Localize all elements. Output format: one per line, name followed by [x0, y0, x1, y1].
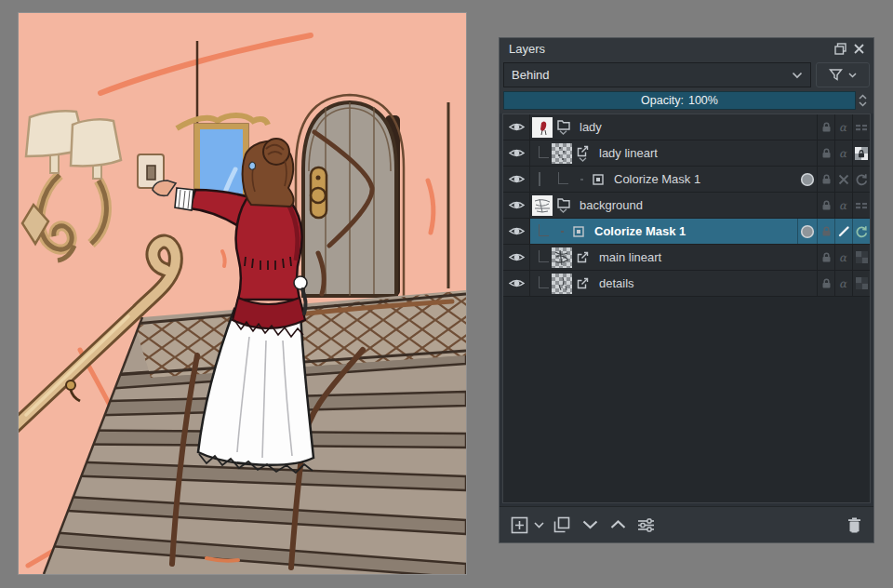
chevron-down-icon — [582, 520, 598, 529]
docker-title: Layers — [509, 42, 831, 56]
opacity-increase-button[interactable] — [859, 94, 867, 100]
layer-thumbnail[interactable] — [552, 143, 572, 164]
layer-thumbnail[interactable] — [532, 195, 553, 216]
chevron-down-small-icon — [534, 522, 544, 528]
svg-text:α: α — [839, 277, 847, 289]
paint-layer-icon — [574, 245, 592, 270]
chevron-down-icon — [792, 72, 803, 79]
trash-icon — [847, 517, 861, 533]
expand-chevron-icon[interactable] — [579, 157, 587, 162]
layer-list: ladyαlady lineartαColorize Mask 1backgro… — [502, 114, 871, 503]
duplicate-layer-button[interactable] — [550, 513, 574, 537]
paint-layer-icon — [574, 271, 592, 296]
visibility-toggle[interactable] — [503, 167, 530, 192]
update-colorize-icon[interactable] — [852, 219, 870, 244]
indent-guide — [569, 167, 589, 192]
layer-lock-icon[interactable] — [817, 167, 834, 192]
inherit-alpha-locked-icon[interactable] — [852, 140, 870, 166]
group-layer-icon[interactable] — [554, 114, 572, 140]
show-coloring-icon[interactable] — [797, 219, 817, 244]
group-layer-icon[interactable] — [554, 193, 572, 218]
layer-filter-button[interactable] — [816, 62, 870, 87]
indent-guide — [530, 245, 550, 270]
layer-lock-icon[interactable] — [817, 114, 834, 140]
edit-keystrokes-disabled-icon[interactable] — [834, 167, 852, 192]
layer-lock-icon[interactable] — [817, 245, 834, 270]
layer-properties-button[interactable] — [633, 513, 658, 537]
eye-icon — [509, 121, 525, 133]
indent-guide — [530, 140, 550, 166]
indent-guide — [550, 219, 569, 244]
inherit-alpha-icon[interactable] — [852, 271, 870, 296]
visibility-toggle[interactable] — [503, 245, 530, 270]
opacity-decrease-button[interactable] — [859, 101, 867, 107]
alpha-lock-icon[interactable]: α — [834, 245, 852, 270]
indent-guide — [530, 271, 550, 296]
opacity-slider[interactable]: Opacity: 100% — [503, 91, 856, 110]
layer-row[interactable]: lady lineartα — [503, 140, 870, 167]
add-layer-button[interactable] — [507, 513, 531, 537]
passthrough-icon[interactable] — [852, 114, 870, 140]
svg-text:α: α — [839, 199, 847, 211]
layer-row[interactable]: ladyα — [503, 114, 870, 140]
alpha-lock-icon[interactable]: α — [834, 140, 852, 166]
visibility-toggle[interactable] — [503, 271, 530, 296]
move-layer-up-button[interactable] — [606, 513, 630, 537]
layer-row[interactable]: detailsα — [503, 271, 870, 297]
artwork — [19, 13, 466, 574]
expand-chevron-icon[interactable] — [559, 208, 567, 213]
svg-text:α: α — [839, 121, 847, 133]
alpha-lock-icon[interactable]: α — [834, 114, 852, 140]
eye-icon — [509, 147, 525, 159]
layer-name: main lineart — [592, 245, 817, 270]
show-coloring-icon[interactable] — [798, 167, 817, 192]
blend-mode-value: Behind — [512, 68, 549, 82]
blend-mode-dropdown[interactable]: Behind — [503, 62, 811, 87]
layer-thumbnail[interactable] — [552, 274, 572, 294]
inherit-alpha-icon[interactable] — [852, 245, 870, 270]
move-layer-down-button[interactable] — [578, 513, 602, 537]
layer-row[interactable]: backgroundα — [503, 193, 870, 219]
eye-icon — [509, 251, 525, 263]
mask-layer-icon — [569, 219, 587, 244]
layer-name: lady lineart — [592, 140, 817, 166]
delete-layer-button[interactable] — [842, 513, 866, 537]
layer-lock-icon[interactable] — [817, 271, 834, 296]
update-colorize-icon[interactable] — [852, 167, 870, 192]
layer-row[interactable]: Colorize Mask 1 — [503, 219, 870, 245]
duplicate-icon — [553, 516, 570, 533]
chevron-down-icon — [848, 73, 857, 78]
visibility-toggle[interactable] — [503, 140, 530, 166]
close-docker-button[interactable] — [849, 41, 868, 58]
layer-thumbnail[interactable] — [532, 117, 553, 138]
visibility-toggle[interactable] — [503, 114, 530, 140]
chevron-up-icon — [610, 520, 626, 529]
svg-text:α: α — [839, 147, 847, 159]
layer-name: Colorize Mask 1 — [606, 167, 798, 192]
visibility-toggle[interactable] — [503, 219, 530, 244]
layers-docker: Layers Behind — [499, 37, 874, 543]
layer-controls: Behind Opacity: 100% — [500, 60, 873, 114]
layer-lock-icon[interactable] — [817, 140, 834, 166]
paint-layer-icon[interactable] — [574, 140, 592, 166]
visibility-toggle[interactable] — [503, 193, 530, 218]
layer-row[interactable]: Colorize Mask 1 — [503, 167, 870, 193]
painting-canvas[interactable] — [19, 13, 466, 574]
docker-titlebar: Layers — [500, 38, 873, 60]
eye-icon — [509, 173, 525, 185]
layer-row[interactable]: main lineartα — [503, 245, 870, 271]
expand-chevron-icon[interactable] — [559, 130, 567, 135]
layer-lock-icon[interactable] — [817, 219, 834, 244]
add-layer-options-button[interactable] — [531, 513, 546, 537]
layer-lock-icon[interactable] — [817, 193, 834, 218]
alpha-lock-icon[interactable]: α — [834, 193, 852, 218]
indent-guide — [530, 167, 550, 192]
layer-toolbar — [500, 506, 873, 542]
alpha-lock-icon[interactable]: α — [834, 271, 852, 296]
edit-keystrokes-icon[interactable] — [834, 219, 852, 244]
eye-icon — [509, 277, 525, 289]
passthrough-icon[interactable] — [852, 193, 870, 218]
opacity-label: Opacity: — [641, 94, 684, 107]
layer-thumbnail[interactable] — [552, 247, 572, 268]
float-docker-button[interactable] — [831, 41, 849, 58]
